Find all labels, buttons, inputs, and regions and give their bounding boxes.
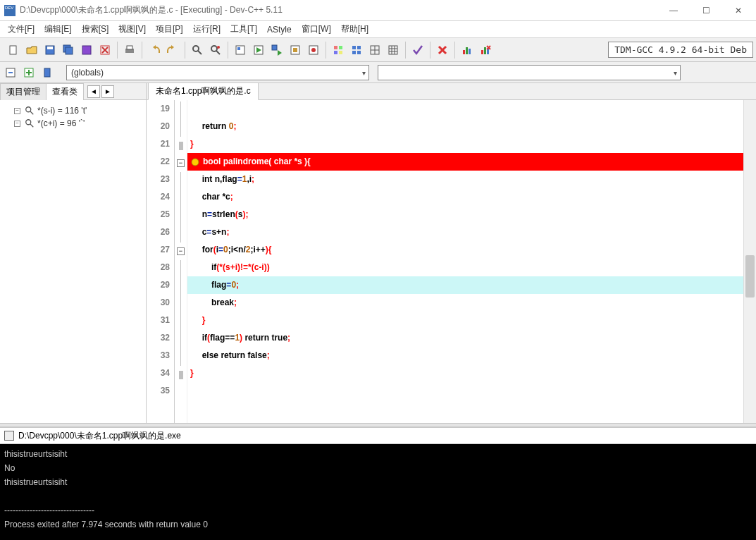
- console-output[interactable]: thisistrueurtsisiht No thisistrueurtsisi…: [0, 444, 756, 540]
- svg-rect-13: [237, 47, 240, 50]
- sidebar-nav-right[interactable]: ►: [101, 85, 114, 98]
- svg-rect-21: [334, 51, 337, 54]
- save-as-button[interactable]: [79, 42, 94, 58]
- debug-button[interactable]: [306, 42, 321, 58]
- console-title-text: D:\Devcpp\000\未命名1.cpp啊飒飒的是.exe: [18, 430, 181, 442]
- compiler-selector[interactable]: TDM-GCC 4.9.2 64-bit Deb: [608, 42, 753, 58]
- menu-project[interactable]: 项目[P]: [151, 22, 188, 37]
- secondary-toolbar: (globals) ▾ ▾: [0, 62, 756, 83]
- grid2-button[interactable]: [349, 42, 364, 58]
- svg-rect-24: [357, 46, 361, 49]
- print-button[interactable]: [122, 42, 137, 58]
- close-file-button[interactable]: [97, 42, 113, 58]
- svg-rect-22: [339, 51, 342, 54]
- watch-icon: [25, 106, 35, 116]
- globals-combo-value: (globals): [71, 68, 104, 78]
- menu-file[interactable]: 文件[F]: [3, 22, 39, 37]
- open-button[interactable]: [24, 42, 39, 58]
- svg-rect-0: [10, 46, 16, 54]
- sidebar-nav-left[interactable]: ◄: [87, 85, 100, 98]
- replace-button[interactable]: [208, 42, 223, 58]
- console-icon: [4, 431, 14, 441]
- close-button[interactable]: ✕: [722, 0, 755, 21]
- titlebar: D:\Devcpp\000\未命名1.cpp啊飒飒的是.c - [Executi…: [0, 0, 756, 21]
- watch-icon: [25, 118, 35, 128]
- save-button[interactable]: [42, 42, 58, 58]
- tree-toggle-icon[interactable]: −: [14, 108, 20, 114]
- check-button[interactable]: [410, 42, 426, 58]
- menubar: 文件[F] 编辑[E] 搜索[S] 视图[V] 项目[P] 运行[R] 工具[T…: [0, 21, 756, 38]
- grid1-button[interactable]: [330, 42, 346, 58]
- svg-rect-26: [357, 51, 361, 54]
- find-button[interactable]: [190, 42, 205, 58]
- fold-toggle[interactable]: −: [177, 159, 185, 167]
- delete-profile-button[interactable]: [478, 42, 493, 58]
- insert-button[interactable]: [21, 65, 37, 80]
- window-title: D:\Devcpp\000\未命名1.cpp啊飒飒的是.c - [Executi…: [20, 4, 657, 16]
- code-body[interactable]: return 0; } bool palindrome( char *s ){ …: [187, 100, 743, 423]
- sidebar-tab-project[interactable]: 项目管理: [0, 83, 47, 100]
- compile-button[interactable]: [233, 42, 248, 58]
- svg-rect-20: [339, 46, 342, 49]
- main-toolbar: TDM-GCC 4.9.2 64-bit Deb: [0, 38, 756, 62]
- app-icon: [4, 5, 16, 16]
- svg-point-18: [311, 48, 316, 52]
- fold-column: − −: [175, 100, 187, 423]
- menu-view[interactable]: 视图[V]: [113, 22, 151, 37]
- goto-func-button[interactable]: [3, 65, 18, 80]
- bookmark-toggle-button[interactable]: [39, 65, 55, 80]
- tree-row[interactable]: − *(c+i) = 96 '`': [4, 117, 142, 130]
- svg-rect-29: [463, 50, 465, 54]
- fold-toggle[interactable]: −: [177, 247, 185, 255]
- breakpoint-icon: [190, 157, 200, 167]
- menu-edit[interactable]: 编辑[E]: [39, 22, 77, 37]
- tree-item-label: *(c+i) = 96 '`': [37, 118, 85, 128]
- globals-combo[interactable]: (globals) ▾: [66, 65, 369, 80]
- svg-point-10: [211, 46, 217, 51]
- redo-button[interactable]: [165, 42, 180, 58]
- svg-rect-2: [47, 47, 53, 49]
- svg-point-38: [26, 107, 31, 112]
- tree-row[interactable]: − *(s-i) = 116 't': [4, 104, 142, 117]
- svg-rect-28: [389, 46, 397, 54]
- svg-point-39: [26, 120, 31, 125]
- menu-astyle[interactable]: AStyle: [262, 23, 297, 36]
- svg-rect-8: [127, 46, 132, 49]
- menu-run[interactable]: 运行[R]: [188, 22, 225, 37]
- compile-run-button[interactable]: [269, 42, 285, 58]
- svg-rect-37: [44, 68, 50, 77]
- svg-rect-23: [352, 46, 356, 49]
- minimize-button[interactable]: —: [657, 0, 690, 21]
- svg-rect-19: [334, 46, 337, 49]
- console-panel: D:\Devcpp\000\未命名1.cpp啊飒飒的是.exe thisistr…: [0, 427, 756, 540]
- symbol-combo[interactable]: ▾: [378, 65, 681, 80]
- code-editor[interactable]: 1920212223242526272829303132333435 − −: [147, 100, 756, 423]
- svg-point-40: [192, 159, 199, 166]
- grid4-button[interactable]: [385, 42, 401, 58]
- new-file-button[interactable]: [6, 42, 21, 58]
- menu-search[interactable]: 搜索[S]: [77, 22, 114, 37]
- menu-help[interactable]: 帮助[H]: [336, 22, 373, 37]
- line-number-gutter: 1920212223242526272829303132333435: [147, 100, 175, 423]
- undo-button[interactable]: [147, 42, 162, 58]
- scrollbar-thumb[interactable]: [745, 255, 755, 297]
- svg-rect-5: [82, 46, 91, 54]
- tree-toggle-icon[interactable]: −: [14, 121, 20, 127]
- svg-rect-33: [484, 47, 486, 54]
- profile-button[interactable]: [459, 42, 475, 58]
- grid3-button[interactable]: [367, 42, 383, 58]
- svg-rect-25: [352, 51, 356, 54]
- sidebar-tab-classes[interactable]: 查看类: [46, 83, 84, 100]
- svg-point-11: [217, 46, 220, 49]
- abort-button[interactable]: [435, 42, 450, 58]
- rebuild-button[interactable]: [287, 42, 303, 58]
- svg-rect-4: [66, 47, 73, 54]
- menu-window[interactable]: 窗口[W]: [297, 22, 336, 37]
- maximize-button[interactable]: ☐: [690, 0, 722, 21]
- editor-tab[interactable]: 未命名1.cpp啊飒飒的是.c: [148, 82, 259, 100]
- run-button[interactable]: [251, 42, 266, 58]
- menu-tools[interactable]: 工具[T]: [225, 22, 262, 37]
- save-all-button[interactable]: [61, 42, 76, 58]
- sidebar: 项目管理 查看类 ◄ ► − *(s-i) = 116 't' − *(c+i)…: [0, 83, 147, 423]
- vertical-scrollbar[interactable]: [743, 100, 756, 423]
